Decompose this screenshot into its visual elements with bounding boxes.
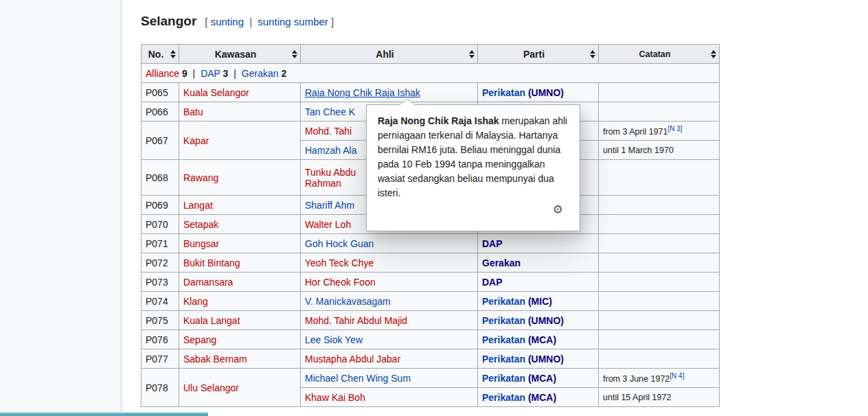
row-no: P071: [141, 234, 179, 253]
col-header-kawasan[interactable]: Kawasan: [179, 45, 301, 64]
ahli-link[interactable]: Walter Loh: [305, 219, 351, 230]
parti-component-link[interactable]: (UMNO): [525, 315, 564, 326]
ahli-link[interactable]: Hamzah Ala: [305, 145, 356, 156]
row-no: P078: [141, 369, 179, 407]
kawasan-link[interactable]: Batu: [183, 106, 203, 117]
col-header-ahli[interactable]: Ahli: [301, 45, 478, 64]
parti-component-link[interactable]: (UMNO): [525, 354, 564, 365]
row-no: P068: [141, 160, 179, 196]
ahli-link[interactable]: Lee Siok Yew: [305, 334, 363, 345]
sort-icon: [711, 50, 716, 58]
kawasan-link[interactable]: Langat: [183, 200, 213, 211]
ahli-link[interactable]: Michael Chen Wing Sum: [305, 373, 411, 384]
kawasan-link[interactable]: Setapak: [183, 219, 218, 230]
row-no: P065: [141, 83, 179, 102]
edit-section: [ sunting | sunting sumber ]: [205, 16, 334, 27]
parti-component-link[interactable]: (MIC): [525, 296, 552, 307]
ahli-link[interactable]: Mohd. Tahir Abdul Majid: [305, 315, 407, 326]
ahli-link[interactable]: Khaw Kai Boh: [305, 392, 365, 403]
kawasan-link[interactable]: Damansara: [183, 277, 233, 288]
catatan-cell: [599, 311, 720, 330]
ahli-link[interactable]: Tunku AbduRahman: [305, 167, 356, 189]
kawasan-link[interactable]: Rawang: [183, 172, 218, 183]
parti-link[interactable]: Perikatan: [482, 373, 525, 384]
kawasan-link[interactable]: Sabak Bernam: [183, 354, 247, 365]
catatan-cell: until 15 April 1972: [599, 388, 720, 407]
table-row-p078a: P078 Ulu Selangor Michael Chen Wing Sum …: [141, 369, 720, 388]
parti-link[interactable]: Perikatan: [482, 315, 525, 326]
table-row-p075: P075 Kuala Langat Mohd. Tahir Abdul Maji…: [141, 311, 720, 330]
table-row-p065: P065 Kuala Selangor Raja Nong Chik Raja …: [141, 83, 720, 102]
row-no: P075: [141, 311, 179, 330]
parti-component-link[interactable]: (MCA): [525, 392, 556, 403]
parti-link[interactable]: Perikatan: [482, 334, 525, 345]
ahli-link[interactable]: Shariff Ahm: [305, 200, 354, 211]
parti-link[interactable]: DAP: [482, 277, 503, 288]
row-no: P073: [141, 273, 179, 292]
footnote-ref[interactable]: [N 4]: [670, 372, 684, 380]
bottom-teal-bar: [0, 412, 208, 416]
parti-component-link[interactable]: (MCA): [525, 334, 556, 345]
ahli-link[interactable]: Mohd. Tahi: [305, 126, 352, 137]
table-row-p071: P071 Bungsar Goh Hock Guan DAP: [141, 234, 720, 253]
gear-icon[interactable]: ⚙: [553, 204, 563, 216]
parti-link[interactable]: Perikatan: [482, 392, 525, 403]
party-summary-row: Alliance 9 | DAP 3 | Gerakan 2: [141, 64, 720, 83]
kawasan-link[interactable]: Bukit Bintang: [183, 257, 240, 268]
parti-link[interactable]: Perikatan: [482, 354, 525, 365]
kawasan-link[interactable]: Kuala Selangor: [183, 87, 249, 98]
section-heading: Selangor[ sunting | sunting sumber ]: [141, 14, 334, 29]
kawasan-link[interactable]: Ulu Selangor: [183, 382, 239, 393]
summary-dap-link[interactable]: DAP: [201, 68, 220, 79]
summary-alliance-link[interactable]: Alliance: [146, 68, 179, 79]
catatan-cell: until 1 March 1970: [599, 141, 720, 160]
parti-component-link[interactable]: (UMNO): [525, 87, 564, 98]
kawasan-link[interactable]: Sepang: [183, 334, 216, 345]
sort-icon: [469, 50, 475, 58]
row-no: P072: [141, 253, 179, 273]
parti-link[interactable]: Perikatan: [482, 87, 525, 98]
catatan-cell: [599, 292, 720, 311]
kawasan-link[interactable]: Kuala Langat: [183, 315, 240, 326]
ahli-link[interactable]: V. Manickavasagam: [305, 296, 391, 307]
ahli-link[interactable]: Hor Cheok Foon: [305, 277, 376, 288]
edit-source-link[interactable]: sunting sumber: [258, 16, 328, 27]
footnote-ref[interactable]: [N 3]: [668, 125, 683, 132]
catatan-cell: from 3 April 1971[N 3]: [599, 122, 720, 141]
ahli-link[interactable]: Tan Chee K: [305, 106, 355, 117]
catatan-cell: [599, 196, 720, 215]
ahli-link-hovered[interactable]: Raja Nong Chik Raja Ishak: [305, 87, 420, 98]
sort-icon: [292, 50, 297, 58]
sort-icon: [170, 50, 176, 58]
edit-link[interactable]: sunting: [211, 16, 244, 27]
parti-link[interactable]: Gerakan: [482, 257, 521, 268]
catatan-cell: [599, 83, 720, 102]
row-no: P077: [141, 349, 179, 369]
row-no: P069: [141, 196, 179, 215]
parti-link[interactable]: Perikatan: [482, 296, 525, 307]
ahli-link[interactable]: Mustapha Abdul Jabar: [305, 354, 400, 365]
col-header-catatan[interactable]: Catatan: [599, 45, 720, 64]
table-row-p076: P076 Sepang Lee Siok Yew Perikatan (MCA): [141, 330, 720, 349]
kawasan-link[interactable]: Bungsar: [183, 238, 219, 249]
summary-gerakan-link[interactable]: Gerakan: [242, 68, 279, 79]
popup-extract: Raja Nong Chik Raja Ishak merupakan ahli…: [378, 114, 569, 200]
ahli-link[interactable]: Goh Hock Guan: [305, 238, 374, 249]
col-header-no[interactable]: No.: [141, 45, 179, 64]
parti-component-link[interactable]: (MCA): [525, 373, 556, 384]
catatan-cell: [599, 330, 720, 349]
table-row-p074: P074 Klang V. Manickavasagam Perikatan (…: [141, 292, 720, 311]
parti-link[interactable]: DAP: [482, 238, 503, 249]
table-row-p077: P077 Sabak Bernam Mustapha Abdul Jabar P…: [141, 349, 720, 369]
kawasan-link[interactable]: Kapar: [183, 135, 209, 146]
section-title: Selangor: [141, 14, 196, 28]
kawasan-link[interactable]: Klang: [183, 296, 208, 307]
popup-subject-name: Raja Nong Chik Raja Ishak: [378, 115, 499, 126]
row-no: P076: [141, 330, 179, 349]
col-header-parti[interactable]: Parti: [478, 45, 599, 64]
ahli-link[interactable]: Yeoh Teck Chye: [305, 257, 374, 268]
row-no: P070: [141, 215, 179, 234]
catatan-cell: [599, 234, 720, 253]
catatan-cell: [599, 102, 720, 122]
catatan-cell: [599, 349, 720, 369]
